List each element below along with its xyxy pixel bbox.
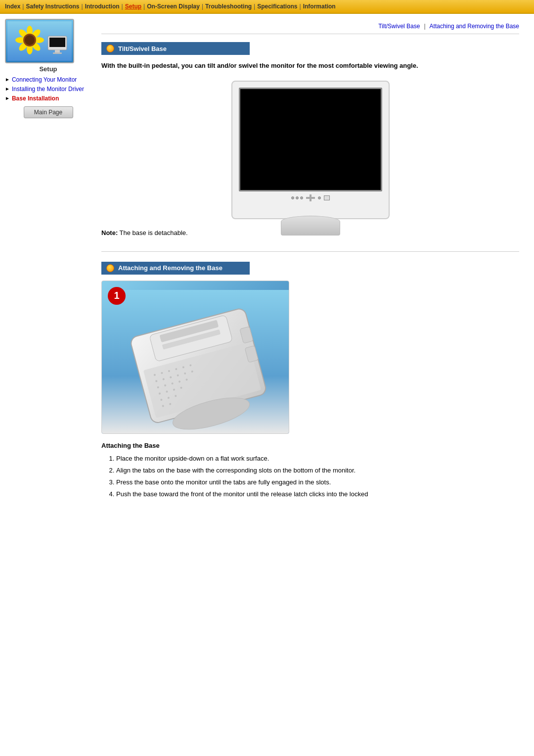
nav-sep-6: | xyxy=(254,3,255,10)
nav-item-setup[interactable]: Setup xyxy=(125,3,141,10)
monitor-illustration xyxy=(231,81,390,219)
breadcrumb-attach-link[interactable]: Attaching and Removing the Base xyxy=(430,23,519,30)
main-page-button[interactable]: Main Page xyxy=(24,106,73,118)
arrow-icon-base: ► xyxy=(5,95,10,101)
section-divider xyxy=(101,251,519,252)
monitor-controls xyxy=(291,194,330,201)
sidebar-navigation: ► Connecting Your Monitor ► Installing t… xyxy=(5,76,91,102)
attach-illustration: 1 xyxy=(101,281,289,434)
note-label: Note: xyxy=(101,229,118,236)
attach-section-dot xyxy=(106,264,114,272)
step-number-1: 1 xyxy=(108,287,126,305)
monitor-image-container xyxy=(101,81,519,219)
nav-item-intro[interactable]: Introduction xyxy=(85,3,120,10)
nav-sep-7: | xyxy=(300,3,301,10)
arrow-icon-connecting: ► xyxy=(5,77,10,82)
instruction-item-3: Press the base onto the monitor until th… xyxy=(116,477,519,488)
sidebar-item-connecting[interactable]: ► Connecting Your Monitor xyxy=(5,76,91,84)
content-area: Tilt/Swivel Base | Attaching and Removin… xyxy=(91,19,529,501)
svg-rect-16 xyxy=(306,197,315,199)
nav-sep-3: | xyxy=(122,3,123,10)
nav-item-info[interactable]: Information xyxy=(303,3,336,10)
ctrl-dot-1 xyxy=(291,196,294,199)
sidebar-link-installing[interactable]: Installing the Monitor Driver xyxy=(12,85,84,94)
nav-sep-4: | xyxy=(143,3,145,10)
breadcrumb-separator: | xyxy=(424,23,425,30)
attach-section-header: Attaching and Removing the Base xyxy=(101,262,250,275)
nav-item-troubleshoot[interactable]: Troubleshooting xyxy=(205,3,252,10)
sidebar-setup-label: Setup xyxy=(5,65,91,73)
monitor-screen xyxy=(239,88,382,191)
note-content: The base is detachable. xyxy=(120,229,188,236)
tilt-description: With the built-in pedestal, you can tilt… xyxy=(101,61,447,71)
instructions-list: Place the monitor upside-down on a flat … xyxy=(101,453,519,500)
ctrl-dot-2 xyxy=(296,196,299,199)
breadcrumb-tilt-link[interactable]: Tilt/Swivel Base xyxy=(378,23,420,30)
tilt-section-title: Tilt/Swivel Base xyxy=(118,45,167,52)
breadcrumb: Tilt/Swivel Base | Attaching and Removin… xyxy=(101,19,519,34)
tilt-section-dot xyxy=(106,45,114,52)
sidebar-link-connecting[interactable]: Connecting Your Monitor xyxy=(12,76,77,84)
attach-image-container: 1 xyxy=(101,281,519,434)
attach-section-title: Attaching and Removing the Base xyxy=(118,264,222,272)
instruction-item-2: Align the tabs on the base with the corr… xyxy=(116,465,519,476)
sidebar-item-base[interactable]: ► Base Installation xyxy=(5,94,91,103)
nav-sep-5: | xyxy=(202,3,203,10)
monitor-base-stand xyxy=(281,216,340,236)
sidebar-link-base[interactable]: Base Installation xyxy=(12,94,59,103)
instruction-item-4: Push the base toward the front of the mo… xyxy=(116,489,519,500)
nav-sep-1: | xyxy=(22,3,24,10)
ctrl-dot-3 xyxy=(300,196,303,199)
attaching-title: Attaching the Base xyxy=(101,442,519,449)
nav-sep-2: | xyxy=(82,3,83,10)
arrow-icon-installing: ► xyxy=(5,86,10,92)
svg-point-10 xyxy=(25,35,35,45)
nav-item-specs[interactable]: Specifications xyxy=(257,3,297,10)
sidebar-banner-image xyxy=(5,19,74,63)
sidebar-graphic xyxy=(7,21,72,61)
nav-item-osd[interactable]: On-Screen Display xyxy=(147,3,200,10)
sidebar: Setup ► Connecting Your Monitor ► Instal… xyxy=(5,19,91,501)
svg-rect-13 xyxy=(55,50,60,52)
main-layout: Setup ► Connecting Your Monitor ► Instal… xyxy=(0,14,534,506)
instruction-item-1: Place the monitor upside-down on a flat … xyxy=(116,453,519,464)
nav-item-index[interactable]: Index xyxy=(5,3,20,10)
ctrl-dot-4 xyxy=(318,196,321,199)
nav-bar: Index | Safety Instructions | Introducti… xyxy=(0,0,534,14)
tilt-section-header: Tilt/Swivel Base xyxy=(101,42,250,55)
ctrl-square xyxy=(324,195,330,200)
svg-rect-14 xyxy=(53,52,62,54)
svg-rect-12 xyxy=(49,38,65,47)
control-dots xyxy=(291,196,303,199)
sidebar-item-installing[interactable]: ► Installing the Monitor Driver xyxy=(5,85,91,94)
nav-item-safety[interactable]: Safety Instructions xyxy=(26,3,79,10)
base-svg-illustration xyxy=(102,290,289,433)
ctrl-cross-icon xyxy=(306,194,315,201)
